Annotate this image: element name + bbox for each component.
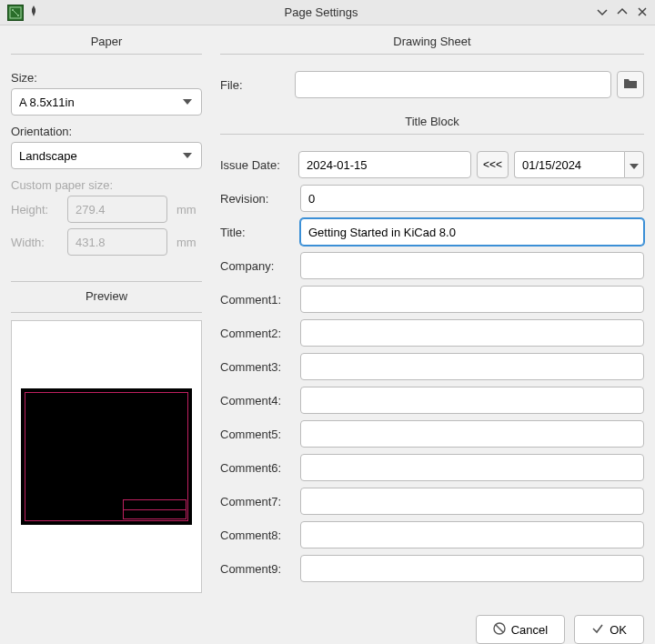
comment7-input[interactable] bbox=[300, 488, 644, 515]
comment1-label: Comment1: bbox=[220, 293, 293, 307]
comment5-input[interactable] bbox=[300, 420, 644, 448]
titlebar: Page Settings bbox=[0, 0, 655, 25]
company-input[interactable] bbox=[300, 252, 644, 279]
title-label: Title: bbox=[220, 226, 293, 239]
drawing-sheet-header: Drawing Sheet bbox=[220, 35, 644, 55]
company-label: Company: bbox=[220, 259, 293, 273]
date-picker-input[interactable] bbox=[514, 151, 624, 178]
ok-button[interactable]: OK bbox=[574, 615, 644, 644]
revision-input[interactable] bbox=[300, 185, 644, 212]
comment9-label: Comment9: bbox=[220, 562, 293, 576]
comment8-input[interactable] bbox=[300, 521, 644, 548]
app-icon bbox=[7, 5, 24, 21]
window-title: Page Settings bbox=[45, 5, 597, 19]
comment3-label: Comment3: bbox=[220, 360, 293, 374]
paper-header: Paper bbox=[11, 35, 202, 55]
file-label: File: bbox=[220, 78, 289, 92]
minimize-icon[interactable] bbox=[597, 6, 608, 19]
maximize-icon[interactable] bbox=[617, 6, 628, 19]
comment5-label: Comment5: bbox=[220, 428, 293, 441]
browse-button[interactable] bbox=[617, 71, 644, 98]
preview-page bbox=[21, 388, 192, 525]
title-block-header: Title Block bbox=[220, 115, 644, 135]
title-input[interactable] bbox=[300, 218, 644, 246]
preview-box bbox=[11, 320, 202, 593]
date-picker-dropdown[interactable] bbox=[624, 151, 644, 178]
width-label: Width: bbox=[11, 236, 58, 249]
close-icon[interactable] bbox=[637, 6, 648, 19]
comment2-input[interactable] bbox=[300, 319, 644, 347]
cancel-button[interactable]: Cancel bbox=[476, 615, 565, 644]
cancel-label: Cancel bbox=[511, 623, 548, 637]
ok-label: OK bbox=[610, 623, 627, 637]
preview-header: Preview bbox=[11, 289, 202, 308]
cancel-icon bbox=[493, 622, 506, 638]
size-label: Size: bbox=[11, 71, 202, 85]
date-copy-button[interactable]: <<< bbox=[477, 151, 509, 178]
orientation-label: Orientation: bbox=[11, 125, 202, 138]
comment3-input[interactable] bbox=[300, 353, 644, 380]
comment6-input[interactable] bbox=[300, 454, 644, 481]
chevron-down-icon bbox=[630, 158, 639, 172]
folder-icon bbox=[623, 77, 638, 93]
comment2-label: Comment2: bbox=[220, 327, 293, 340]
comment4-input[interactable] bbox=[300, 387, 644, 414]
divider bbox=[11, 281, 202, 282]
comment4-label: Comment4: bbox=[220, 394, 293, 408]
height-input bbox=[67, 196, 167, 223]
file-input[interactable] bbox=[295, 71, 611, 98]
size-select[interactable]: A 8.5x11in bbox=[11, 88, 202, 116]
pin-icon[interactable] bbox=[29, 5, 38, 19]
check-icon bbox=[591, 622, 604, 638]
width-input bbox=[67, 228, 167, 256]
revision-label: Revision: bbox=[220, 192, 293, 206]
orientation-select[interactable]: Landscape bbox=[11, 142, 202, 169]
custom-size-label: Custom paper size: bbox=[11, 178, 202, 192]
comment6-label: Comment6: bbox=[220, 461, 293, 475]
height-label: Height: bbox=[11, 203, 58, 216]
comment7-label: Comment7: bbox=[220, 495, 293, 508]
comment8-label: Comment8: bbox=[220, 528, 293, 542]
comment9-input[interactable] bbox=[300, 555, 644, 582]
height-unit: mm bbox=[176, 203, 202, 216]
comment1-input[interactable] bbox=[300, 286, 644, 313]
issue-date-label: Issue Date: bbox=[220, 158, 293, 172]
issue-date-input[interactable] bbox=[298, 151, 471, 178]
width-unit: mm bbox=[176, 236, 202, 249]
divider bbox=[11, 312, 202, 313]
